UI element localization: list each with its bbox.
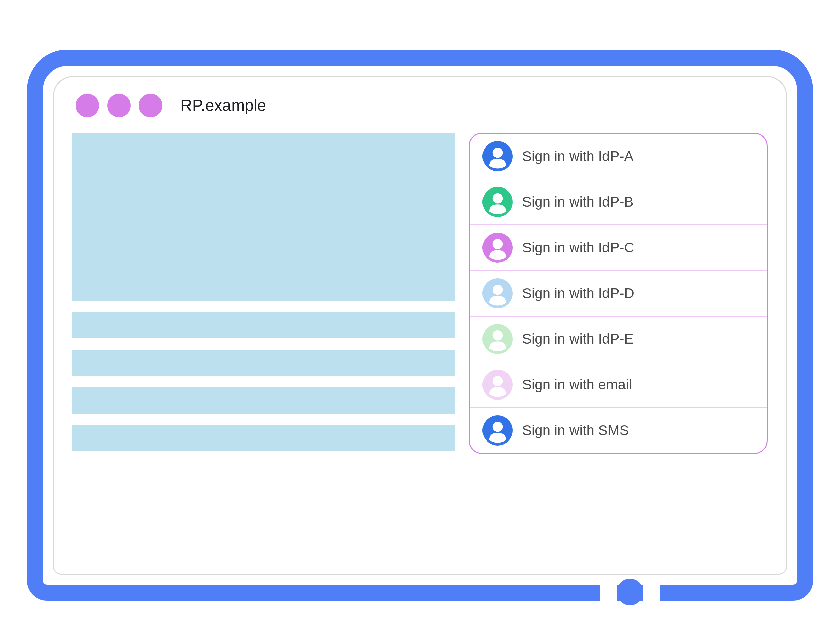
signin-option-label: Sign in with IdP-B: [522, 194, 634, 210]
signin-panel: Sign in with IdP-A Sign in with IdP-B Si…: [469, 133, 768, 454]
signin-option[interactable]: Sign in with IdP-E: [470, 316, 767, 362]
traffic-light-icon: [139, 94, 162, 117]
user-avatar-icon: [483, 324, 513, 354]
svg-point-1: [493, 147, 503, 158]
signin-option[interactable]: Sign in with IdP-A: [470, 134, 767, 179]
text-placeholder-line: [72, 350, 455, 376]
frame-notch-gap: [600, 585, 617, 601]
svg-point-9: [493, 330, 503, 340]
signin-option-label: Sign in with IdP-E: [522, 331, 634, 347]
traffic-light-icon: [76, 94, 99, 117]
browser-titlebar: RP.example: [72, 94, 768, 117]
signin-option[interactable]: Sign in with IdP-C: [470, 225, 767, 271]
signin-option-label: Sign in with IdP-A: [522, 148, 634, 164]
signin-option[interactable]: Sign in with email: [470, 362, 767, 408]
svg-point-3: [493, 193, 503, 203]
text-placeholder-line: [72, 312, 455, 338]
signin-option-label: Sign in with email: [522, 377, 632, 393]
home-button-icon: [617, 579, 643, 605]
svg-point-11: [493, 376, 503, 386]
signin-option-label: Sign in with IdP-D: [522, 285, 635, 302]
signin-option-label: Sign in with SMS: [522, 422, 628, 439]
signin-option[interactable]: Sign in with SMS: [470, 408, 767, 453]
user-avatar-icon: [483, 141, 513, 171]
signin-option[interactable]: Sign in with IdP-D: [470, 271, 767, 316]
frame-notch-gap: [643, 585, 660, 601]
svg-point-7: [493, 284, 503, 295]
traffic-light-icon: [107, 94, 131, 117]
user-avatar-icon: [483, 232, 513, 263]
signin-option-label: Sign in with IdP-C: [522, 240, 635, 256]
browser-window: RP.example Sign in with IdP-A Sign in wi…: [53, 76, 787, 575]
user-avatar-icon: [483, 369, 513, 400]
text-placeholder-line: [72, 425, 455, 451]
svg-point-5: [493, 238, 503, 249]
user-avatar-icon: [483, 278, 513, 308]
text-placeholder-line: [72, 387, 455, 414]
svg-point-13: [493, 422, 503, 432]
main-content-column: [72, 133, 455, 564]
page-content: Sign in with IdP-A Sign in with IdP-B Si…: [72, 133, 768, 564]
hero-placeholder: [72, 133, 455, 301]
user-avatar-icon: [483, 415, 513, 445]
address-bar-text: RP.example: [180, 96, 266, 115]
signin-option[interactable]: Sign in with IdP-B: [470, 179, 767, 225]
device-frame: RP.example Sign in with IdP-A Sign in wi…: [27, 50, 813, 601]
user-avatar-icon: [483, 187, 513, 217]
